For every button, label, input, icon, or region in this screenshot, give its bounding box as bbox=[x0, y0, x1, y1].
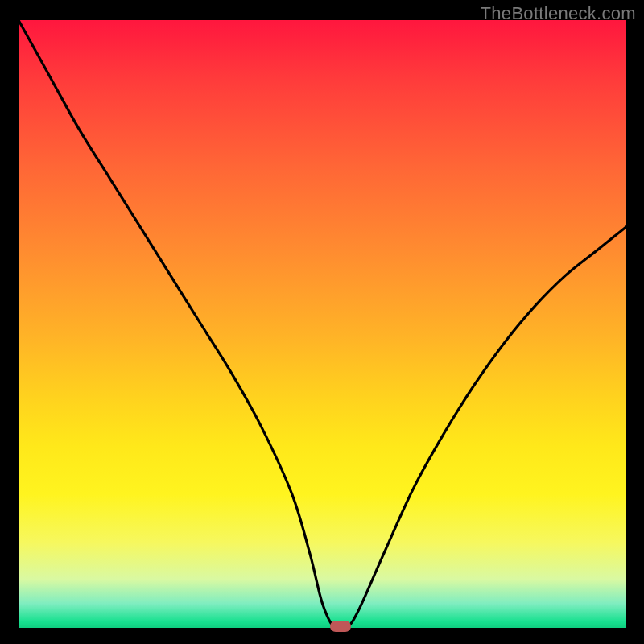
optimal-marker bbox=[330, 621, 351, 632]
bottleneck-curve bbox=[19, 20, 626, 628]
watermark-text: TheBottleneck.com bbox=[481, 3, 636, 24]
chart-plot-area bbox=[19, 20, 626, 628]
chart-frame: TheBottleneck.com bbox=[0, 0, 644, 644]
